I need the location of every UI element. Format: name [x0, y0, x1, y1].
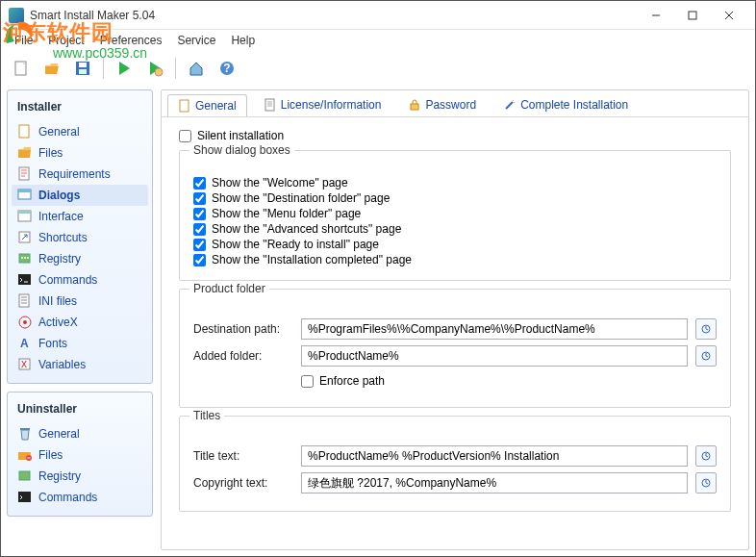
sidebar-item-variables[interactable]: xVariables [12, 354, 148, 375]
installer-panel: Installer General Files Requirements Dia… [7, 89, 153, 384]
new-button[interactable] [9, 56, 34, 81]
tab-label: General [195, 99, 237, 113]
enforce-checkbox[interactable] [301, 375, 314, 388]
svg-rect-26 [20, 428, 30, 430]
ready-checkbox[interactable] [193, 239, 206, 251]
sidebar-item-label: Interface [38, 210, 84, 223]
copyright-input[interactable] [301, 472, 688, 494]
sidebar-item-files[interactable]: Files [12, 142, 148, 164]
maximize-button[interactable] [674, 2, 711, 29]
product-folder-group: Product folder Destination path: Added f… [179, 289, 731, 408]
open-button[interactable] [39, 56, 64, 81]
sidebar-item-commands[interactable]: Commands [12, 269, 148, 291]
check-completed[interactable]: Show the "Installation completed" page [193, 253, 717, 266]
help-button[interactable]: ? [214, 56, 239, 81]
sidebar-item-registry[interactable]: Registry [12, 248, 148, 269]
run-button[interactable] [112, 56, 137, 81]
tab-bar: General License/Information Password Com… [162, 90, 748, 117]
silent-checkbox[interactable] [179, 130, 191, 142]
tab-password[interactable]: Password [397, 93, 487, 115]
titlebar: Smart Install Maker 5.04 [1, 1, 755, 30]
tab-label: Password [425, 98, 476, 112]
sidebar-item-label: Shortcuts [38, 231, 88, 244]
menubar: File Project Preferences Service Help [1, 30, 755, 51]
sidebar-item-un-registry[interactable]: Registry [12, 466, 148, 487]
toolbar-divider [175, 58, 176, 79]
minimize-button[interactable] [638, 2, 674, 29]
dest-path-label: Destination path: [193, 322, 293, 336]
menu-help[interactable]: Help [225, 32, 261, 49]
added-folder-input[interactable] [301, 345, 688, 367]
title-text-input[interactable] [301, 445, 688, 467]
page-icon [178, 99, 191, 113]
sidebar-item-general[interactable]: General [12, 121, 148, 142]
trash-icon [17, 426, 33, 442]
sidebar-item-un-general[interactable]: General [12, 423, 148, 444]
check-ready[interactable]: Show the "Ready to install" page [193, 238, 717, 251]
variable-icon: x [17, 357, 33, 372]
save-button[interactable] [70, 56, 95, 81]
home-button[interactable] [184, 56, 209, 81]
show-dialogs-group: Show dialog boxes Show the "Welcome" pag… [179, 150, 731, 281]
added-folder-browse-button[interactable] [695, 345, 717, 367]
silent-label: Silent installation [197, 129, 284, 142]
enforce-path-check[interactable]: Enforce path [301, 374, 385, 388]
sidebar-item-label: INI files [38, 294, 77, 308]
check-menu[interactable]: Show the "Menu folder" page [193, 207, 717, 220]
wand-icon [503, 98, 517, 112]
svg-rect-32 [411, 104, 418, 110]
tab-complete[interactable]: Complete Installation [492, 93, 639, 115]
sidebar-item-label: Fonts [38, 337, 67, 350]
uninstaller-panel: Uninstaller General Files Registry Comma… [7, 392, 153, 517]
sidebar-item-interface[interactable]: Interface [12, 206, 148, 227]
sidebar-item-label: Variables [38, 358, 86, 371]
svg-text:x: x [21, 357, 27, 370]
copyright-label: Copyright text: [193, 476, 293, 490]
page-icon [17, 124, 33, 139]
menu-project[interactable]: Project [42, 32, 89, 49]
dest-path-input[interactable] [301, 318, 688, 340]
destination-checkbox[interactable] [193, 192, 206, 205]
menu-file[interactable]: File [9, 32, 38, 49]
added-folder-label: Added folder: [193, 349, 293, 363]
sidebar-item-fonts[interactable]: AFonts [12, 333, 148, 354]
sidebar-item-dialogs[interactable]: Dialogs [12, 185, 148, 206]
shortcut-icon [17, 230, 33, 245]
check-label: Show the "Ready to install" page [212, 238, 379, 251]
dialog-icon [17, 188, 33, 203]
folder-icon [17, 145, 33, 161]
check-destination[interactable]: Show the "Destination folder" page [193, 191, 717, 205]
svg-point-18 [27, 257, 29, 259]
copyright-button[interactable] [695, 472, 717, 494]
welcome-checkbox[interactable] [193, 177, 206, 190]
tab-license[interactable]: License/Information [253, 93, 392, 115]
check-welcome[interactable]: Show the "Welcome" page [193, 176, 717, 190]
font-icon: A [17, 336, 33, 351]
svg-rect-30 [180, 100, 189, 112]
sidebar-item-requirements[interactable]: Requirements [12, 164, 148, 185]
svg-rect-19 [18, 274, 31, 285]
check-advanced[interactable]: Show the "Advanced shortcuts" page [193, 222, 717, 236]
build-test-button[interactable] [142, 56, 167, 81]
svg-rect-11 [18, 190, 31, 192]
menu-service[interactable]: Service [171, 32, 221, 49]
tab-label: License/Information [281, 98, 382, 112]
sidebar-item-shortcuts[interactable]: Shortcuts [12, 227, 148, 248]
check-label: Show the "Advanced shortcuts" page [212, 222, 401, 236]
tab-general[interactable]: General [167, 94, 247, 116]
dest-path-browse-button[interactable] [695, 318, 717, 340]
svg-rect-28 [19, 471, 30, 480]
folder-delete-icon [17, 447, 33, 463]
svg-point-16 [21, 257, 23, 259]
menu-preferences[interactable]: Preferences [94, 32, 168, 49]
silent-install-check[interactable]: Silent installation [179, 129, 731, 142]
advanced-checkbox[interactable] [193, 223, 206, 236]
completed-checkbox[interactable] [193, 254, 206, 266]
menu-checkbox[interactable] [193, 208, 206, 220]
sidebar-item-ini[interactable]: INI files [12, 291, 148, 312]
title-text-button[interactable] [695, 445, 717, 467]
sidebar-item-activex[interactable]: ActiveX [12, 312, 148, 333]
close-button[interactable] [711, 2, 747, 29]
sidebar-item-un-files[interactable]: Files [12, 444, 148, 466]
sidebar-item-un-commands[interactable]: Commands [12, 487, 148, 508]
